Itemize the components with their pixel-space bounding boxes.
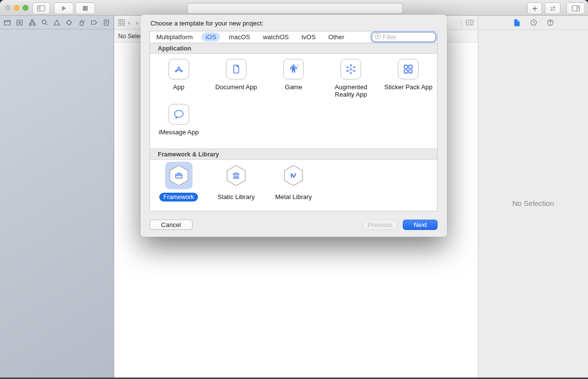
template-table: Application AppDocument AppGameAugmented… [149, 43, 438, 211]
template-label: Document App [215, 83, 257, 91]
stop-button[interactable] [75, 2, 95, 14]
activity-viewer [187, 3, 403, 14]
tab-watchos[interactable]: watchOS [263, 33, 289, 41]
dialog-button-bar: Cancel Previous Next [149, 220, 438, 230]
inspectors-toggle-button[interactable] [566, 2, 585, 14]
navigator-icon-bar [0, 16, 114, 29]
template-label: Metal Library [275, 193, 312, 201]
play-icon [60, 5, 67, 12]
add-button[interactable] [527, 2, 542, 14]
symbol-navigator-icon[interactable] [28, 18, 37, 27]
template-framework[interactable]: Framework [150, 162, 207, 201]
tab-tvos[interactable]: tvOS [301, 33, 316, 41]
minimize-button[interactable] [14, 5, 20, 11]
window-toolbar [0, 0, 588, 16]
filter-icon [374, 33, 381, 42]
xcode-window: ‹ › No Selection No Selection Choose a t… [0, 0, 588, 379]
inspector-panel: No Selection [478, 16, 588, 378]
report-navigator-icon[interactable] [102, 18, 111, 27]
template-app[interactable]: App [150, 59, 207, 104]
file-inspector-icon[interactable] [513, 18, 521, 27]
forward-chevron-icon[interactable]: › [136, 18, 138, 26]
template-label: Framework [159, 193, 198, 201]
issue-navigator-icon[interactable] [52, 18, 61, 27]
filter-input[interactable] [381, 34, 429, 41]
quick-help-inspector-icon[interactable] [546, 18, 555, 27]
template-imessage-app[interactable]: iMessage App [150, 104, 207, 149]
close-button[interactable] [5, 5, 11, 11]
right-panel-icon [571, 4, 580, 12]
template-static-library[interactable]: Static Library [207, 162, 265, 201]
plus-icon [532, 5, 538, 12]
navigator-panel [0, 16, 114, 378]
navigator-toggle-button[interactable] [32, 2, 50, 14]
template-label: Game [285, 83, 302, 91]
framework-library-templates: FrameworkStatic LibraryMetal Library [150, 160, 437, 211]
platform-tab-bar: MultiplatformiOSmacOSwatchOStvOSOther [149, 31, 438, 43]
template-game[interactable]: Game [265, 59, 322, 104]
zoom-button[interactable] [23, 5, 28, 11]
template-label: Augmented Reality App [325, 83, 376, 98]
debug-navigator-icon[interactable] [77, 18, 86, 27]
run-button[interactable] [54, 2, 74, 14]
template-sticker-pack-app[interactable]: Sticker Pack App [380, 59, 437, 104]
tab-other[interactable]: Other [328, 33, 344, 41]
document-icon [226, 59, 246, 79]
tab-multiplatform[interactable]: Multiplatform [156, 33, 193, 41]
ar-cube-icon [341, 59, 361, 79]
inspector-icon-bar [478, 16, 588, 30]
template-augmented-reality-app[interactable]: Augmented Reality App [322, 59, 380, 104]
tab-macos[interactable]: macOS [229, 33, 250, 41]
template-metal-library[interactable]: Metal Library [265, 162, 322, 201]
breakpoint-navigator-icon[interactable] [90, 18, 98, 27]
section-header-application: Application [150, 43, 437, 54]
filter-field[interactable] [372, 32, 436, 42]
tab-ios[interactable]: iOS [201, 32, 220, 42]
dialog-title: Choose a template for your new project: [150, 20, 264, 27]
template-chooser-dialog: Choose a template for your new project: … [141, 15, 447, 237]
template-label: iMessage App [159, 128, 199, 136]
source-control-navigator-icon[interactable] [15, 18, 24, 27]
back-chevron-icon[interactable]: ‹ [128, 18, 130, 26]
project-navigator-icon[interactable] [3, 18, 12, 27]
section-header-framework-library: Framework & Library [150, 149, 437, 160]
cancel-button[interactable]: Cancel [149, 220, 193, 230]
appstore-icon [169, 59, 189, 79]
message-bubble-icon [169, 104, 189, 125]
stop-icon [82, 5, 88, 11]
sticker-grid-icon [398, 59, 418, 79]
toolbar-divider [461, 20, 462, 26]
test-navigator-icon[interactable] [65, 18, 74, 27]
code-review-button[interactable] [545, 2, 561, 14]
game-robot-icon [283, 59, 304, 79]
swap-arrows-icon [549, 5, 557, 12]
find-navigator-icon[interactable] [40, 18, 49, 27]
previous-button[interactable]: Previous [363, 220, 397, 230]
inspector-no-selection: No Selection [478, 199, 588, 207]
add-editor-icon[interactable] [466, 19, 474, 28]
template-document-app[interactable]: Document App [207, 59, 265, 104]
next-button[interactable]: Next [403, 220, 438, 230]
application-templates: AppDocument AppGameAugmented Reality App… [150, 54, 437, 149]
template-label: Static Library [218, 193, 255, 201]
left-panel-icon [37, 4, 46, 12]
template-label: Sticker Pack App [384, 83, 432, 91]
metal-logo-icon [280, 162, 307, 189]
tab-overview-icon[interactable] [118, 19, 125, 28]
template-label: App [173, 83, 184, 91]
history-inspector-icon[interactable] [529, 18, 538, 27]
static-library-bank-icon [222, 162, 250, 189]
framework-briefcase-icon [165, 162, 193, 189]
